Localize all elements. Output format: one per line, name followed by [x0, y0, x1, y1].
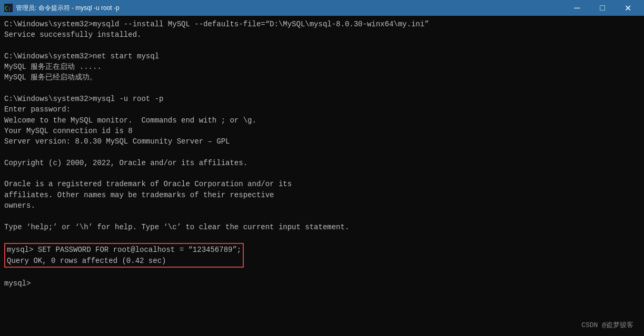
terminal-line-empty-3 [4, 147, 640, 158]
terminal-line-12: Oracle is a registered trademark of Orac… [4, 179, 640, 189]
window: C: 管理员: 命令提示符 - mysql -u root -p ─ □ ✕ C… [0, 0, 644, 336]
terminal-line-empty-2 [4, 83, 640, 94]
terminal-line-10: Server version: 8.0.30 MySQL Community S… [4, 136, 640, 147]
terminal-line-empty-5 [4, 211, 640, 221]
terminal-line-2: Service successfully installed. [4, 29, 640, 40]
window-title: 管理员: 命令提示符 - mysql -u root -p [16, 4, 565, 13]
close-button[interactable]: ✕ [616, 0, 640, 16]
terminal-line-9: Your MySQL connection id is 8 [4, 126, 640, 136]
terminal-line-highlight-1: mysql> SET PASSWORD FOR root@localhost =… [7, 245, 241, 255]
maximize-button[interactable]: □ [590, 0, 615, 16]
terminal-line-15: Type ‘help;’ or ‘\h’ for help. Type ‘\c’… [4, 222, 640, 232]
terminal-line-13: affiliates. Other names may be trademark… [4, 190, 640, 200]
terminal-line-8: Welcome to the MySQL monitor. Commands e… [4, 115, 640, 126]
minimize-button[interactable]: ─ [565, 0, 589, 16]
terminal-line-1: C:\Windows\system32>mysqld --install MyS… [4, 19, 640, 29]
terminal-line-empty-4 [4, 168, 640, 179]
terminal-line-7: Enter password: [4, 104, 640, 115]
terminal-line-5: MySQL 服务已经启动成功。 [4, 72, 640, 83]
terminal-line-empty-1 [4, 40, 640, 51]
title-bar: C: 管理员: 命令提示符 - mysql -u root -p ─ □ ✕ [0, 0, 644, 16]
highlight-box-wrapper: mysql> SET PASSWORD FOR root@localhost =… [4, 243, 244, 268]
terminal-line-3: C:\Windows\system32>net start mysql [4, 51, 640, 62]
cmd-icon: C: [4, 4, 13, 12]
watermark: CSDN @盗梦骏客 [581, 321, 633, 331]
terminal-line-empty-6 [4, 232, 640, 243]
svg-text:C:: C: [5, 6, 11, 12]
terminal-line-4: MySQL 服务正在启动 ..... [4, 62, 640, 72]
terminal-line-11: Copyright (c) 2000, 2022, Oracle and/or … [4, 158, 640, 168]
terminal-line-6: C:\Windows\system32>mysql -u root -p [4, 94, 640, 104]
terminal-line-16: mysql> [4, 278, 640, 289]
terminal-line-empty-7 [4, 268, 640, 278]
window-controls: ─ □ ✕ [565, 0, 640, 16]
terminal-content[interactable]: C:\Windows\system32>mysqld --install MyS… [0, 16, 644, 336]
terminal-line-14: owners. [4, 200, 640, 211]
terminal-line-highlight-2: Query OK, 0 rows affected (0.42 sec) [7, 256, 241, 266]
